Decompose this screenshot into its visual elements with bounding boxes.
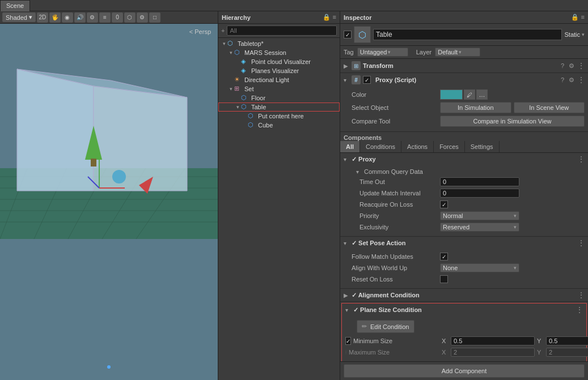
timeout-label: Time Out	[344, 178, 440, 185]
scene-btn-5[interactable]: ≡	[99, 12, 111, 23]
edit-condition-btn[interactable]: ✏ Edit Condition	[357, 320, 414, 333]
hierarchy-tree: ▾ ⬡ Tabletop* ▾ ⬡ MARS Session ◈ Point c…	[218, 38, 340, 380]
common-query-header[interactable]: ▾ Common Query Data	[344, 167, 585, 176]
proxy-script-header[interactable]: ▾ # Proxy (Script) ? ⚙ ⋮	[340, 73, 588, 87]
hierarchy-search-input[interactable]	[227, 25, 337, 36]
put-content-icon: ⬡	[248, 112, 257, 120]
exclusivity-dropdown[interactable]: Reserved ▾	[440, 223, 519, 232]
proxy-script-enabled[interactable]	[363, 76, 371, 84]
color-picker-btn[interactable]: 🖊	[464, 89, 475, 100]
align-world-label: Align With World Up	[344, 264, 440, 271]
transform-header[interactable]: ▶ ⊞ Transform ? ⚙ ⋮	[340, 59, 588, 72]
in-simulation-btn[interactable]: In Simulation	[440, 102, 511, 113]
proxy-script-help[interactable]: ?	[561, 76, 564, 83]
max-size-radio[interactable]	[345, 349, 346, 355]
scene-btn-9[interactable]: □	[149, 12, 160, 23]
hierarchy-item-set[interactable]: ▾ ⊞ Set	[218, 84, 340, 93]
alignment-header[interactable]: ▶ ✓ Alignment Condition ⋮	[340, 289, 588, 301]
proxy-script-kebab[interactable]: ⋮	[578, 76, 585, 84]
color-more-btn[interactable]: …	[476, 89, 488, 100]
hierarchy-menu-icon[interactable]: ≡	[333, 14, 336, 21]
hierarchy-scene-root[interactable]: ▾ ⬡ Tabletop*	[218, 39, 340, 48]
center-dot	[107, 365, 111, 369]
alignment-kebab[interactable]: ⋮	[578, 291, 585, 299]
min-size-y-input[interactable]	[546, 336, 588, 345]
transform-help-icon[interactable]: ?	[561, 62, 564, 69]
scene-btn-6[interactable]: 0	[112, 12, 123, 23]
reacquire-checkbox[interactable]	[440, 200, 448, 208]
set-pose-kebab[interactable]: ⋮	[578, 239, 585, 247]
object-active-checkbox[interactable]	[344, 31, 352, 39]
object-name-input[interactable]	[373, 29, 562, 40]
hierarchy-item-floor[interactable]: ⬡ Floor	[218, 93, 340, 103]
plane-size-title: ✓ Plane Size Condition	[353, 306, 574, 314]
tab-settings[interactable]: Settings	[465, 141, 500, 152]
planes-vis-label: Planes Visualizer	[251, 67, 299, 74]
in-scene-view-btn[interactable]: In Scene View	[514, 102, 585, 113]
hierarchy-item-dir-light[interactable]: ☀ Directional Light	[218, 75, 340, 84]
max-size-x-input[interactable]	[451, 348, 535, 357]
scene-btn-1[interactable]: 🖐	[49, 12, 61, 23]
proxy-comp-kebab[interactable]: ⋮	[578, 155, 585, 163]
hierarchy-item-put-content[interactable]: ⬡ Put content here	[218, 112, 340, 121]
max-y-label: Y	[537, 349, 544, 356]
scene-btn-3[interactable]: 🔊	[74, 12, 86, 23]
hierarchy-item-table[interactable]: ▾ ⬡ Table	[218, 103, 340, 112]
priority-dropdown[interactable]: Normal ▾	[440, 211, 519, 220]
compare-simulation-btn[interactable]: Compare in Simulation View	[440, 116, 585, 127]
hierarchy-item-point-cloud[interactable]: ◈ Point cloud Visualizer	[218, 57, 340, 66]
plus-icon[interactable]: +	[221, 27, 225, 34]
inspector-lock-icon[interactable]: 🔒	[571, 14, 579, 21]
mars-session-label: MARS Session	[244, 49, 286, 56]
2d-toggle[interactable]: 2D	[37, 12, 48, 23]
transform-menu-icon[interactable]: ⚙	[569, 62, 574, 70]
follow-match-checkbox[interactable]	[440, 253, 448, 261]
scene-tab-label: Scene	[6, 2, 24, 9]
color-swatch[interactable]	[440, 89, 463, 100]
min-size-x-input[interactable]	[451, 336, 535, 345]
scene-window-tab[interactable]: Scene	[0, 0, 30, 11]
tab-conditions[interactable]: Conditions	[360, 141, 401, 152]
layer-label: Layer	[416, 49, 432, 55]
scene-btn-2[interactable]: ◉	[62, 12, 73, 23]
tab-all[interactable]: All	[340, 141, 360, 152]
scene-btn-4[interactable]: ⚙	[87, 12, 98, 23]
hierarchy-lock-icon[interactable]: 🔒	[323, 14, 331, 21]
hierarchy-item-planes-vis[interactable]: ◈ Planes Visualizer	[218, 66, 340, 75]
point-cloud-icon: ◈	[241, 58, 250, 66]
floor-label: Floor	[251, 95, 265, 101]
set-pose-header[interactable]: ▾ ✓ Set Pose Action ⋮	[340, 237, 588, 249]
min-size-checkbox[interactable]	[345, 337, 351, 345]
transform-title: Transform	[363, 62, 559, 69]
max-size-y-input[interactable]	[546, 348, 588, 357]
tag-dropdown[interactable]: Untagged ▾	[357, 48, 408, 57]
proxy-script-settings[interactable]: ⚙	[569, 76, 574, 84]
scene-btn-8[interactable]: ⚙	[137, 12, 148, 23]
add-component-btn[interactable]: Add Component	[344, 364, 585, 378]
plane-size-header[interactable]: ▾ ✓ Plane Size Condition ⋮	[342, 304, 586, 316]
priority-value: Normal	[443, 212, 463, 219]
tab-actions[interactable]: Actions	[401, 141, 434, 152]
layer-dropdown[interactable]: Default ▾	[435, 48, 480, 57]
hierarchy-controls: 🔒 ≡	[323, 14, 336, 21]
transform-section: ▶ ⊞ Transform ? ⚙ ⋮	[340, 59, 588, 73]
components-tabs: All Conditions Actions Forces Settings	[340, 141, 588, 153]
scene-btn-7[interactable]: ⬡	[124, 12, 136, 23]
proxy-component-header[interactable]: ▾ ✓ Proxy ⋮	[340, 153, 588, 165]
tag-value: Untagged	[360, 49, 387, 55]
hierarchy-item-mars-session[interactable]: ▾ ⬡ MARS Session	[218, 48, 340, 57]
inspector-menu-icon[interactable]: ≡	[581, 14, 585, 21]
reset-loss-checkbox[interactable]	[440, 275, 448, 283]
tab-forces[interactable]: Forces	[434, 141, 465, 152]
plane-size-kebab[interactable]: ⋮	[576, 306, 583, 314]
object-icon-box[interactable]: ⬡	[354, 26, 371, 43]
hierarchy-item-cube[interactable]: ⬡ Cube	[218, 121, 340, 130]
timeout-row: Time Out	[344, 176, 585, 187]
transform-kebab[interactable]: ⋮	[578, 62, 585, 70]
shading-dropdown[interactable]: Shaded ▾	[2, 12, 36, 22]
timeout-input[interactable]	[440, 177, 519, 186]
align-world-dropdown[interactable]: None ▾	[440, 263, 519, 272]
scene-canvas[interactable]: Y X Z	[0, 24, 218, 380]
update-match-input[interactable]	[440, 189, 519, 198]
max-size-label: Maximum Size	[349, 349, 445, 356]
